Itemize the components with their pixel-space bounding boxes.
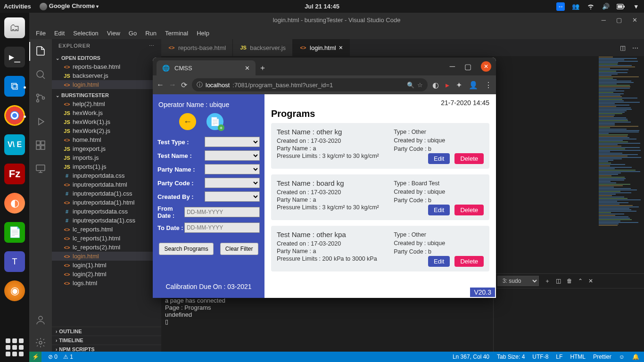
chrome-minimize-icon[interactable]: ─: [450, 62, 455, 71]
file-tree-item[interactable]: <>login.html1: [52, 252, 161, 261]
split-editor-icon[interactable]: ◫: [620, 44, 626, 51]
select-party-name[interactable]: [205, 164, 260, 174]
terminal-close-icon[interactable]: ✕: [588, 278, 593, 284]
dock-teams-icon[interactable]: T: [4, 251, 25, 272]
program-delete-button[interactable]: Delete: [454, 256, 484, 267]
menu-edit[interactable]: Edit: [54, 30, 65, 37]
open-editor-item[interactable]: <>login.html1: [52, 80, 161, 89]
activity-account-icon[interactable]: [34, 314, 47, 326]
tab-close-icon[interactable]: ×: [339, 44, 343, 51]
file-tree-item[interactable]: JSimports(1).js: [52, 162, 161, 171]
file-tree-item[interactable]: <>lc_reports.html: [52, 225, 161, 234]
app-menu[interactable]: Google Chrome: [40, 2, 99, 10]
activity-extensions-icon[interactable]: [34, 139, 47, 151]
menu-help[interactable]: Help: [197, 30, 209, 37]
status-tab-size[interactable]: Tab Size: 4: [497, 354, 525, 360]
battery-icon[interactable]: [617, 2, 625, 11]
dock-chrome-icon[interactable]: [4, 105, 25, 126]
file-tree-item[interactable]: #inputreportdata.css: [52, 171, 161, 180]
file-tree-item[interactable]: <>inputreportdata(1).html: [52, 198, 161, 207]
tab-more-icon[interactable]: ⋯: [632, 44, 638, 51]
menu-terminal[interactable]: Terminal: [165, 30, 188, 37]
clock[interactable]: Jul 21 14:45: [305, 3, 339, 10]
file-tree-item[interactable]: <>lc_reports(1).html: [52, 234, 161, 243]
activity-explorer-icon[interactable]: [34, 45, 47, 57]
open-editors-section[interactable]: ⌄OPEN EDITORS: [52, 54, 161, 62]
remote-indicator[interactable]: ⚡: [29, 352, 41, 362]
dock-vnc-icon[interactable]: V\ E: [4, 134, 25, 155]
select-party-code[interactable]: [205, 178, 260, 188]
chrome-zoom-icon[interactable]: 🔍: [407, 82, 414, 89]
dock-show-apps-icon[interactable]: [6, 338, 24, 356]
dock-terminal-icon[interactable]: ▸_: [4, 47, 25, 67]
file-tree-item[interactable]: <>inputreportdata.html: [52, 180, 161, 189]
vscode-minimap[interactable]: [597, 56, 644, 273]
chrome-forward-icon[interactable]: →: [169, 81, 176, 89]
file-tree-item[interactable]: JSimgexport.js: [52, 144, 161, 153]
file-tree-item[interactable]: <>logs.html: [52, 279, 161, 288]
file-tree-item[interactable]: <>help(2).html: [52, 99, 161, 108]
menu-selection[interactable]: Selection: [73, 30, 98, 37]
cmss-back-button[interactable]: ←: [179, 113, 196, 130]
file-tree-item[interactable]: JShexWork(2).js: [52, 126, 161, 135]
chrome-extensions-icon[interactable]: ✦: [456, 81, 462, 90]
chrome-back-icon[interactable]: ←: [157, 81, 164, 89]
status-cursor-pos[interactable]: Ln 367, Col 40: [453, 354, 489, 360]
chrome-omnibox[interactable]: ⓘ localhost:7081/program_base.html?user_…: [192, 78, 428, 91]
open-editor-item[interactable]: JSbackserver.js: [52, 71, 161, 80]
program-edit-button[interactable]: Edit: [428, 256, 450, 267]
tab-close-icon[interactable]: ✕: [245, 65, 250, 72]
dock-postman-icon[interactable]: ◐: [4, 193, 25, 214]
terminal-split-icon[interactable]: ◫: [556, 278, 561, 284]
input-from-date[interactable]: [184, 207, 260, 217]
file-tree-item[interactable]: #inputreportsdata(1).css: [52, 216, 161, 225]
status-errors[interactable]: ⊘ 0: [48, 354, 58, 360]
select-test-type[interactable]: [205, 137, 260, 147]
dock-vscode-icon[interactable]: ⧉: [4, 76, 25, 97]
volume-icon[interactable]: 🔊: [602, 2, 610, 11]
timeline-section[interactable]: ›TIMELINE: [52, 336, 161, 345]
program-edit-button[interactable]: Edit: [428, 205, 450, 215]
status-bell-icon[interactable]: 🔔: [632, 354, 639, 360]
chrome-tab[interactable]: 🌐 CMSS ✕: [157, 60, 256, 75]
terminal-new-icon[interactable]: ＋: [545, 277, 550, 285]
activity-debug-icon[interactable]: [34, 115, 47, 128]
program-delete-button[interactable]: Delete: [454, 205, 484, 215]
chrome-ext1-icon[interactable]: ◐: [432, 81, 439, 90]
terminal-selector[interactable]: 3: sudo: [497, 276, 539, 286]
activities-button[interactable]: Activities: [4, 3, 31, 10]
file-tree-item[interactable]: #inputreportdata(1).css: [52, 189, 161, 198]
dock-filezilla-icon[interactable]: Fz: [4, 164, 25, 184]
file-tree-item[interactable]: <>login(2).html: [52, 270, 161, 279]
program-edit-button[interactable]: Edit: [428, 153, 450, 164]
site-info-icon[interactable]: ⓘ: [197, 81, 203, 89]
status-prettier[interactable]: Prettier: [593, 354, 611, 360]
menu-view[interactable]: View: [107, 30, 120, 37]
file-tree-item[interactable]: <>home.html: [52, 135, 161, 144]
menu-file[interactable]: File: [36, 30, 46, 37]
activity-search-icon[interactable]: [34, 68, 47, 81]
select-test-name[interactable]: [205, 150, 260, 161]
menu-go[interactable]: Go: [129, 30, 137, 37]
chrome-menu-icon[interactable]: ⋮: [485, 81, 492, 90]
chrome-maximize-icon[interactable]: ▢: [464, 62, 471, 71]
terminal-up-icon[interactable]: ⌃: [578, 278, 583, 284]
status-encoding[interactable]: UTF-8: [532, 354, 548, 360]
activity-settings-icon[interactable]: [34, 337, 47, 349]
editor-tab[interactable]: JSbackserver.js: [233, 39, 293, 56]
dock-libreoffice-icon[interactable]: 📄: [4, 222, 25, 243]
chevron-down-icon[interactable]: ▾: [632, 2, 640, 11]
status-warnings[interactable]: ⚠ 1: [63, 354, 73, 360]
file-tree-item[interactable]: JShexWork(1).js: [52, 117, 161, 126]
wifi-icon[interactable]: [586, 2, 595, 11]
input-to-date[interactable]: [184, 222, 260, 233]
activity-scm-icon[interactable]: [34, 92, 47, 104]
program-delete-button[interactable]: Delete: [454, 153, 484, 164]
project-section[interactable]: ⌄BURSTINGTESTER: [52, 91, 161, 99]
dock-other-icon[interactable]: ◉: [4, 280, 25, 301]
new-tab-button[interactable]: ＋: [256, 60, 270, 75]
window-minimize-icon[interactable]: ─: [602, 16, 606, 24]
window-maximize-icon[interactable]: ▢: [616, 16, 622, 24]
chrome-ext2-icon[interactable]: ▸: [446, 81, 449, 90]
chrome-star-icon[interactable]: ☆: [417, 82, 423, 89]
